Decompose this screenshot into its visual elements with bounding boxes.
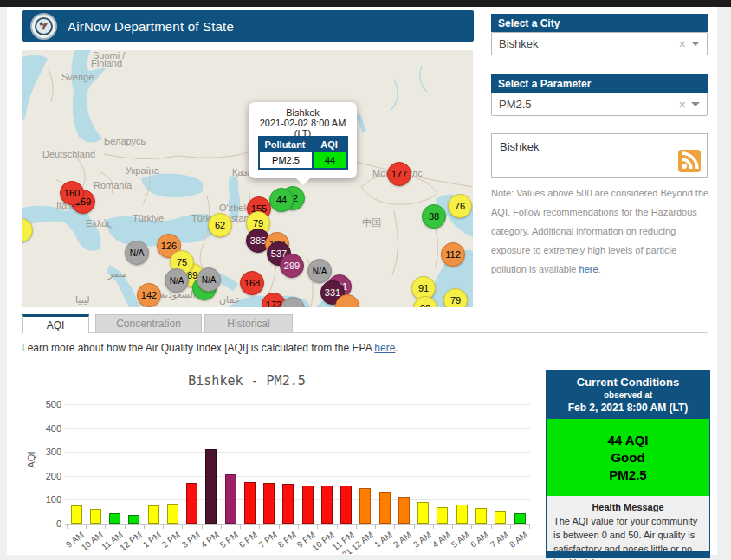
chart-bar[interactable] bbox=[90, 509, 101, 524]
map-marker[interactable]: N/A bbox=[307, 259, 332, 283]
map-country-label: Finland bbox=[91, 58, 122, 68]
chart-bar[interactable] bbox=[263, 483, 275, 524]
x-tick-label: 2 PM bbox=[160, 530, 182, 550]
chart-bar[interactable] bbox=[398, 497, 410, 524]
note-text: Note: Values above 500 are considered Be… bbox=[491, 183, 709, 279]
chart-bar[interactable] bbox=[379, 492, 391, 524]
y-tick-label: 100 bbox=[27, 494, 61, 505]
map-country-label: Ελλάς bbox=[86, 218, 112, 229]
chart-bar[interactable] bbox=[167, 504, 178, 524]
map-popup: Bishkek 2021-02-02 8:00 AM (LT) Pollutan… bbox=[249, 102, 357, 178]
chart-bar[interactable] bbox=[244, 482, 256, 524]
cc-title: Current Conditions bbox=[547, 376, 709, 389]
tab-historical[interactable]: Historical bbox=[204, 314, 293, 333]
x-tick-mark bbox=[529, 525, 530, 529]
chart-bar[interactable] bbox=[456, 505, 468, 524]
chart-bar[interactable] bbox=[475, 508, 487, 524]
cc-health-header: Health Message bbox=[553, 502, 702, 512]
x-tick-label: 7 AM bbox=[488, 530, 510, 550]
map-marker[interactable]: 44 bbox=[269, 188, 294, 212]
city-clear-icon[interactable]: × bbox=[674, 37, 691, 51]
x-tick-mark bbox=[337, 525, 338, 529]
x-tick-mark bbox=[510, 525, 511, 529]
popup-datetime: 2021-02-02 8:00 AM bbox=[249, 118, 357, 128]
chart-bar[interactable] bbox=[71, 505, 82, 524]
city-caret-icon[interactable] bbox=[691, 42, 700, 46]
map-marker[interactable]: 160 bbox=[60, 181, 84, 205]
epa-here-link[interactable]: here bbox=[374, 342, 395, 354]
cc-aqi-block: 44 AQI Good PM2.5 bbox=[547, 419, 709, 496]
cc-datetime: Feb 2, 2021 8:00 AM (LT) bbox=[547, 402, 709, 414]
city-select[interactable]: Bishkek × bbox=[491, 32, 708, 55]
rss-feed-icon[interactable] bbox=[678, 150, 701, 172]
chart-bar[interactable] bbox=[148, 505, 159, 524]
chart-bar[interactable] bbox=[128, 515, 139, 524]
x-tick-mark bbox=[105, 525, 106, 529]
x-tick-label: 3 PM bbox=[179, 530, 201, 550]
map-marker[interactable]: 76 bbox=[448, 194, 472, 218]
parameter-select[interactable]: PM2.5 × bbox=[491, 93, 708, 116]
current-conditions-panel: Current Conditions observed at Feb 2, 20… bbox=[546, 370, 710, 558]
note-here-link[interactable]: here bbox=[579, 264, 598, 274]
map-marker[interactable]: 299 bbox=[280, 254, 304, 278]
map-marker[interactable]: 38 bbox=[422, 204, 446, 229]
epa-line-period: . bbox=[395, 342, 398, 354]
tab-aqi[interactable]: AQI bbox=[22, 314, 89, 333]
x-tick-label: 1 AM bbox=[372, 530, 394, 550]
map-marker[interactable]: 142 bbox=[137, 283, 161, 307]
map-marker[interactable]: N/A bbox=[197, 267, 221, 292]
map-country-label: Deutschland bbox=[42, 149, 95, 159]
chart-bar[interactable] bbox=[514, 513, 526, 524]
x-tick-mark bbox=[163, 525, 164, 529]
x-tick-label: 8 PM bbox=[275, 530, 297, 550]
parameter-select-value: PM2.5 bbox=[499, 98, 674, 111]
x-tick-label: 8 AM bbox=[508, 530, 529, 550]
y-tick-label: 500 bbox=[27, 399, 61, 409]
chart-bar[interactable] bbox=[495, 511, 506, 524]
chart-bar[interactable] bbox=[109, 513, 120, 524]
map-marker[interactable]: 168 bbox=[240, 271, 264, 295]
x-tick-mark bbox=[433, 525, 434, 529]
cc-aqi-value: 44 AQI bbox=[547, 433, 709, 447]
chart-gridline bbox=[65, 404, 530, 405]
parameter-clear-icon[interactable]: × bbox=[674, 98, 691, 112]
map-marker[interactable]: 177 bbox=[387, 162, 411, 186]
chart-bar[interactable] bbox=[282, 484, 294, 524]
chart-bar[interactable] bbox=[340, 486, 352, 524]
popup-aqi-value: 44 bbox=[314, 152, 346, 168]
chart-bar[interactable] bbox=[302, 486, 314, 524]
x-tick-mark bbox=[491, 525, 492, 529]
x-tick-label: 5 PM bbox=[218, 530, 240, 550]
popup-city: Bishkek bbox=[249, 107, 357, 118]
map-country-label: Україна bbox=[126, 165, 159, 176]
y-tick-label: 300 bbox=[27, 447, 61, 457]
popup-pollutant-header: Pollutant bbox=[259, 137, 311, 151]
x-tick-mark bbox=[221, 525, 222, 529]
chart-bar[interactable] bbox=[225, 474, 236, 524]
epa-line: Learn more about how the Air Quality Ind… bbox=[22, 342, 398, 354]
cc-pollutant: PM2.5 bbox=[547, 467, 709, 482]
city-select-value: Bishkek bbox=[499, 37, 674, 50]
chart-bar[interactable] bbox=[437, 507, 448, 524]
y-tick-label: 200 bbox=[27, 471, 61, 481]
chart-bar[interactable] bbox=[359, 488, 371, 524]
x-tick-mark bbox=[414, 525, 415, 529]
tab-concentration[interactable]: Concentration bbox=[95, 314, 202, 333]
chart-bar[interactable] bbox=[417, 502, 429, 524]
x-tick-mark bbox=[317, 525, 318, 529]
x-tick-label: 5 AM bbox=[450, 530, 471, 550]
chart-bar[interactable] bbox=[321, 486, 333, 524]
x-tick-label: 4 AM bbox=[430, 530, 452, 550]
chart-bar[interactable] bbox=[186, 483, 197, 524]
map-marker[interactable]: N/A bbox=[165, 268, 189, 293]
map-marker[interactable]: 62 bbox=[208, 213, 232, 237]
map-marker[interactable]: 79 bbox=[443, 288, 468, 307]
chart-gridline bbox=[65, 499, 530, 500]
aqi-map[interactable]: Suomi /FinlandSverigeБеларусьDeutschland… bbox=[22, 50, 473, 307]
chart-bar[interactable] bbox=[205, 449, 217, 524]
map-country-label: عمان bbox=[219, 294, 240, 306]
parameter-caret-icon[interactable] bbox=[691, 102, 700, 106]
map-marker[interactable]: N/A bbox=[125, 241, 149, 265]
map-marker[interactable]: 112 bbox=[441, 242, 465, 267]
epa-line-body: Learn more about how the Air Quality Ind… bbox=[22, 342, 374, 354]
